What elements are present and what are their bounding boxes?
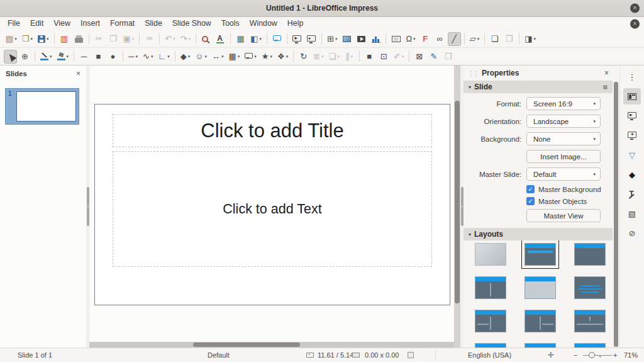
titlebar[interactable]: Untitled 1 - LibreOffice Impress × <box>0 0 644 17</box>
insert-chart-button[interactable] <box>369 32 382 46</box>
find-and-replace-button[interactable] <box>199 32 213 46</box>
line-color-button[interactable]: ▾ <box>38 50 54 64</box>
shadow-button[interactable]: ■ <box>363 50 376 64</box>
spelling-button[interactable] <box>214 32 227 46</box>
background-dropdown[interactable]: None ▾ <box>526 132 601 145</box>
flowchart-button[interactable]: ▦▾ <box>227 50 242 64</box>
layout-title-6content[interactable] <box>574 343 606 348</box>
title-placeholder[interactable]: Click to add Title <box>113 114 432 147</box>
master-background-checkbox[interactable]: ✓ <box>526 185 535 193</box>
layouts-section-header[interactable]: ▾ Layouts <box>464 228 613 240</box>
show-draw-functions-button[interactable]: ▱▾ <box>468 32 482 46</box>
document-close-icon[interactable]: × <box>630 19 640 28</box>
window-close-icon[interactable]: × <box>630 4 640 13</box>
new-presentation-button[interactable]: ▤▾ <box>4 32 19 46</box>
insert-media-button[interactable] <box>355 32 368 46</box>
sidebar-tab-sidebar-settings[interactable]: ⋮ <box>623 69 641 85</box>
fontwork-button[interactable]: F <box>419 32 432 46</box>
zoom-slider-handle[interactable] <box>589 352 595 358</box>
lines-and-arrows-button[interactable]: ─▾ <box>126 50 140 64</box>
sidebar-tab-properties[interactable] <box>623 88 641 105</box>
layout-title-2content-over-content[interactable] <box>574 310 606 332</box>
rotate-button[interactable]: ↻ <box>297 50 310 64</box>
callouts-button[interactable]: ▾ <box>243 50 258 64</box>
rectangle-button[interactable]: ■ <box>92 50 105 64</box>
stars-and-banners-button[interactable]: ★▾ <box>260 50 274 64</box>
gluepoint-functions-button[interactable]: ✎ <box>427 50 440 64</box>
horizontal-scrollbar[interactable] <box>89 342 454 348</box>
layout-centered-text[interactable] <box>574 276 606 299</box>
symbol-shapes-button[interactable]: ☺▾ <box>193 50 209 64</box>
menu-insert[interactable]: Insert <box>75 17 105 30</box>
ellipse-button[interactable]: ● <box>106 50 119 64</box>
layout-title-content-over-content[interactable] <box>475 343 506 348</box>
toggle-extrusion-button[interactable]: ⊠ <box>413 50 426 64</box>
fit-slide-icon[interactable]: ✛ <box>548 348 554 362</box>
3d-objects-button[interactable]: ❖▾ <box>275 50 290 64</box>
properties-close-icon[interactable]: × <box>604 69 609 77</box>
insert-line-button[interactable]: ╱ <box>448 32 461 46</box>
menu-edit[interactable]: Edit <box>25 17 48 30</box>
zoom-in-button[interactable]: + <box>613 348 617 362</box>
zoom-out-button[interactable]: − <box>574 348 577 362</box>
orientation-dropdown[interactable]: Landscape ▾ <box>526 115 601 128</box>
helplines-while-moving-button[interactable]: ❏ <box>488 32 501 46</box>
vertical-scrollbar[interactable] <box>454 65 460 348</box>
sidebar-tab-styles[interactable] <box>623 186 641 202</box>
master-objects-checkbox[interactable]: ✓ <box>526 197 535 205</box>
layout-blank[interactable] <box>475 243 506 266</box>
splitter-handle[interactable] <box>87 187 89 226</box>
collapse-icon[interactable]: ▾ <box>469 84 471 90</box>
menu-help[interactable]: Help <box>282 17 308 30</box>
slide-thumbnail[interactable]: 1 <box>5 88 79 125</box>
insert-table-button[interactable]: ⊞▾ <box>325 32 339 46</box>
master-slide-dropdown[interactable]: Default ▾ <box>526 167 601 181</box>
format-dropdown[interactable]: Screen 16:9 ▾ <box>526 97 601 110</box>
layout-title-2content-content[interactable] <box>475 310 506 332</box>
special-character-button[interactable]: Ω▾ <box>404 32 417 46</box>
export-pdf-button[interactable]: ▥ <box>58 32 71 46</box>
sidebar-tab-navigator[interactable]: ⊘ <box>623 225 641 241</box>
print-button[interactable] <box>72 32 86 46</box>
layout-title-content-2content[interactable] <box>525 310 556 332</box>
fill-color-button[interactable]: ▾ <box>55 50 71 64</box>
section-menu-icon[interactable]: ≡ <box>602 82 608 92</box>
display-mode-button[interactable]: ◨▾ <box>523 32 538 46</box>
menu-slide[interactable]: Slide <box>140 17 167 30</box>
curves-and-polygons-button[interactable]: ∿▾ <box>141 50 155 64</box>
open-button[interactable]: ❒▾ <box>20 32 35 46</box>
layout-title-slide[interactable] <box>525 243 556 266</box>
show-comments-button[interactable] <box>270 32 284 46</box>
insert-image-button[interactable]: Insert Image... <box>526 150 601 163</box>
sidebar-tab-gallery[interactable]: ◆ <box>623 166 641 183</box>
select-button[interactable] <box>4 50 17 64</box>
basic-shapes-button[interactable]: ◆▾ <box>179 50 192 64</box>
properties-scrollbar[interactable] <box>614 82 618 347</box>
collapse-icon[interactable]: ▾ <box>469 232 471 237</box>
line-button[interactable]: ─ <box>77 50 91 64</box>
layout-title-4content[interactable] <box>525 343 556 348</box>
hyperlink-button[interactable]: ∞ <box>433 32 447 46</box>
sidebar-tab-master-slides[interactable]: ▧ <box>623 205 641 222</box>
sidebar-tab-animation[interactable] <box>623 127 641 144</box>
properties-scrollbar-thumb[interactable] <box>614 82 618 347</box>
display-grid-button[interactable]: ▦ <box>234 32 247 46</box>
start-from-current-slide-button[interactable] <box>305 32 318 46</box>
menu-view[interactable]: View <box>48 17 75 30</box>
insert-text-box-button[interactable] <box>389 32 402 46</box>
block-arrows-button[interactable]: ↔▾ <box>210 50 226 64</box>
zoom-slider-track[interactable] <box>583 355 612 356</box>
layout-title-content[interactable] <box>574 243 606 266</box>
slide-section-header[interactable]: ▾ Slide ≡ <box>464 81 613 93</box>
crop-button[interactable]: ⊡ <box>377 50 391 64</box>
vertical-scrollbar-thumb[interactable] <box>455 101 460 303</box>
menu-tools[interactable]: Tools <box>216 17 245 30</box>
sidebar-tab-shapes[interactable]: ▽ <box>623 147 641 163</box>
zoom-and-pan-button[interactable]: ⊕ <box>18 50 31 64</box>
layout-title-only[interactable] <box>525 276 556 299</box>
sidebar-tab-slide-transition[interactable] <box>623 108 641 124</box>
start-from-first-slide-button[interactable] <box>291 32 304 46</box>
text-placeholder[interactable]: Click to add Text <box>113 151 432 267</box>
menu-format[interactable]: Format <box>105 17 140 30</box>
display-views-button[interactable]: ◧▾ <box>248 32 264 46</box>
